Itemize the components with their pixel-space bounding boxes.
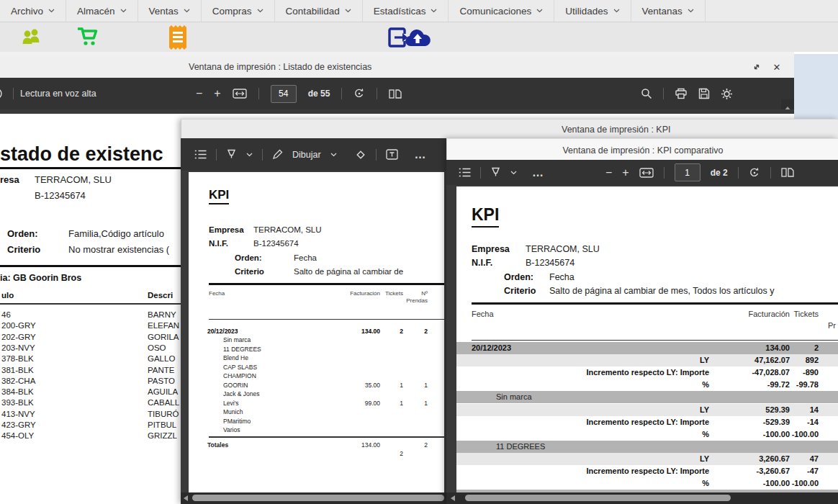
- report-title: KPI: [209, 188, 229, 204]
- search-icon[interactable]: [641, 88, 652, 99]
- customers-icon[interactable]: [22, 28, 42, 48]
- separator: [663, 88, 664, 99]
- menu-item-almacen[interactable]: Almacén: [66, 0, 138, 22]
- tickets-value: 892: [790, 356, 819, 364]
- window-titlebar[interactable]: Ventana de impresión : Listado de existe…: [0, 56, 794, 78]
- criterio-label: Criterio: [235, 267, 264, 276]
- chevron-down-icon[interactable]: [246, 153, 253, 157]
- prendas-value: -: [819, 418, 838, 426]
- chevron-down-icon[interactable]: [510, 171, 517, 175]
- window-titlebar[interactable]: Ventana de impresión : KPI comparativo: [446, 138, 838, 161]
- fit-width-button[interactable]: [639, 168, 654, 178]
- article-code: 200-GRY: [1, 321, 36, 330]
- rotate-button[interactable]: [353, 88, 365, 99]
- draw-button[interactable]: Dibujar: [292, 150, 321, 160]
- article-description: OSO: [148, 343, 166, 352]
- separator: [216, 149, 217, 161]
- rotate-button[interactable]: [749, 167, 760, 179]
- article-description: PANTE: [148, 366, 175, 374]
- tickets-value: -14: [790, 418, 819, 426]
- facturacion-value: -47,028.07: [694, 368, 790, 377]
- text-box-icon[interactable]: [386, 149, 398, 160]
- maximize-button[interactable]: [749, 60, 764, 73]
- zoom-out-button[interactable]: −: [196, 87, 202, 100]
- nif-value: B-12345674: [526, 258, 575, 268]
- menu-item-utilidades[interactable]: Utilidades: [554, 0, 631, 22]
- menu-item-comunicaciones[interactable]: Comunicaciones: [449, 0, 554, 22]
- brand-label: Varios: [223, 426, 240, 433]
- cart-icon[interactable]: [76, 25, 99, 51]
- page-number-input[interactable]: 1: [675, 163, 700, 181]
- menu-item-compras[interactable]: Compras: [202, 0, 275, 22]
- settings-gear-icon[interactable]: [721, 88, 733, 100]
- article-description: GORILA: [148, 333, 179, 341]
- separator: [258, 88, 259, 99]
- highlighter-icon[interactable]: [226, 149, 237, 160]
- draw-pen-icon[interactable]: [272, 149, 283, 160]
- criterio-label: Criterio: [504, 286, 536, 296]
- separator: [341, 88, 342, 99]
- brand-label: PMaritimo: [223, 418, 251, 425]
- page-view-button[interactable]: [781, 167, 794, 178]
- scroll-left-arrow[interactable]: [451, 495, 455, 501]
- eraser-icon[interactable]: [355, 149, 366, 161]
- tickets-value: 1: [380, 382, 403, 389]
- tickets-value: 2: [380, 328, 403, 335]
- report-title: stado de existenc: [0, 143, 187, 169]
- more-options-button[interactable]: …: [532, 166, 544, 179]
- table-of-contents-icon[interactable]: [459, 168, 471, 177]
- zoom-in-button[interactable]: +: [214, 87, 220, 100]
- scroll-left-arrow[interactable]: [184, 495, 188, 501]
- page-view-button[interactable]: [389, 89, 402, 99]
- fit-width-button[interactable]: [233, 89, 247, 99]
- menu-item-contabilidad[interactable]: Contabilidad: [275, 0, 363, 22]
- highlighter-icon[interactable]: [490, 167, 501, 178]
- cloud-upload-icon[interactable]: [403, 27, 432, 52]
- horizontal-scrollbar[interactable]: [446, 492, 838, 504]
- window-titlebar[interactable]: Ventana de impresión : KPI: [181, 119, 838, 139]
- separator: [262, 149, 263, 161]
- kpi-comparative-row-brand: Sin marca: [456, 391, 838, 403]
- app-toolbar: [0, 22, 838, 52]
- brand-label: Munich: [223, 408, 243, 415]
- menu-item-archivo[interactable]: Archivo: [0, 0, 66, 22]
- table-of-contents-icon[interactable]: [194, 150, 207, 159]
- prendas-value: 2: [405, 328, 428, 335]
- article-description: CABALL: [148, 398, 179, 407]
- chevron-down-icon[interactable]: [330, 153, 337, 157]
- zoom-out-button[interactable]: −: [605, 166, 612, 179]
- article-code: 203-NVY: [1, 343, 35, 352]
- close-button[interactable]: ✕: [770, 60, 784, 73]
- inc-label: Incremento respecto LY: Importe: [500, 467, 709, 475]
- kpi-comparative-row-inc: Incremento respecto LY: Importe-529.39-1…: [456, 416, 838, 428]
- nif-value: B-12345674: [35, 190, 86, 201]
- col-codigo-header: ulo: [1, 291, 14, 300]
- familia-header: ia: GB Goorin Bros: [0, 273, 81, 283]
- scrollbar-thumb[interactable]: [465, 495, 731, 501]
- menu-item-ventas[interactable]: Ventas: [138, 0, 202, 22]
- save-button[interactable]: [698, 88, 710, 99]
- rule: [472, 340, 838, 341]
- col-prendas-header: Pr: [828, 321, 836, 330]
- zoom-in-button[interactable]: +: [622, 166, 628, 179]
- chevron-down-icon: [48, 9, 55, 13]
- menu-item-ventanas[interactable]: Ventanas: [631, 0, 706, 22]
- kpi-comparative-row-pct: %-100.00-100.00-1: [456, 428, 838, 441]
- prendas-value: 1: [405, 382, 428, 389]
- receipt-icon[interactable]: [168, 24, 188, 54]
- nif-label: N.I.F.: [209, 239, 228, 248]
- article-description: GRIZZL: [148, 431, 177, 440]
- page-number-input[interactable]: 54: [271, 85, 297, 103]
- scrollbar-thumb[interactable]: [192, 495, 444, 501]
- more-options-button[interactable]: …: [415, 148, 427, 161]
- print-button[interactable]: [675, 88, 688, 99]
- kpi-comparative-row-pct: %-100.00-100.00-1: [456, 477, 838, 490]
- rule: [472, 302, 838, 305]
- brand-label: CHAMPION: [223, 372, 256, 379]
- menu-item-estadisticas[interactable]: Estadísticas: [363, 0, 449, 22]
- kpi-comparative-row-pct: %-99.72-99.78-: [456, 379, 838, 391]
- read-aloud-button[interactable]: Lectura en voz alta: [20, 89, 96, 99]
- facturacion-value: 47,162.07: [694, 356, 790, 364]
- chevron-down-icon: [431, 9, 437, 13]
- page-count-label: de 55: [308, 89, 330, 99]
